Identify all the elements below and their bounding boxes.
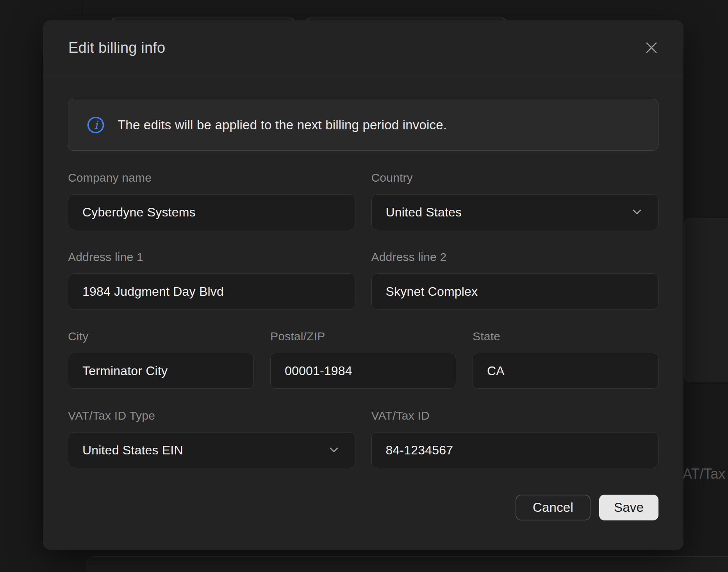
address-line-2-label: Address line 2	[371, 250, 659, 264]
city-label: City	[68, 329, 254, 343]
vat-tax-id-type-selected-value: United States EIN	[82, 443, 183, 458]
vat-tax-id-label: VAT/Tax ID	[371, 409, 659, 423]
postal-zip-label: Postal/ZIP	[270, 329, 456, 343]
info-banner-text: The edits will be applied to the next bi…	[118, 118, 447, 132]
field-city: City	[68, 329, 254, 389]
vat-tax-id-type-label: VAT/Tax ID Type	[68, 409, 355, 423]
background-panel-bottom	[86, 556, 728, 572]
field-state: State	[473, 329, 658, 389]
address-line-1-input[interactable]	[68, 273, 355, 309]
country-selected-value: United States	[386, 205, 462, 220]
background-clipped-text: AT/Tax	[683, 466, 725, 482]
vat-tax-id-input[interactable]	[371, 432, 659, 468]
form-row-1: Company name Country United States	[68, 171, 658, 230]
edit-billing-info-modal: Edit billing info i The edits will be ap…	[43, 20, 683, 550]
info-banner: i The edits will be applied to the next …	[68, 99, 658, 151]
field-postal-zip: Postal/ZIP	[270, 329, 456, 389]
postal-zip-input[interactable]	[270, 353, 456, 389]
state-label: State	[473, 329, 658, 343]
country-select[interactable]: United States	[371, 194, 659, 230]
background-panel-right	[684, 218, 728, 382]
cancel-button[interactable]: Cancel	[516, 495, 591, 520]
state-input[interactable]	[473, 353, 658, 389]
form-row-4: VAT/Tax ID Type United States EIN VAT/Ta…	[68, 409, 658, 468]
country-label: Country	[371, 171, 659, 185]
field-address-line-1: Address line 1	[68, 250, 355, 309]
modal-body: i The edits will be applied to the next …	[43, 99, 683, 520]
form-row-3: City Postal/ZIP State	[68, 329, 658, 389]
close-button[interactable]	[640, 36, 663, 59]
field-country: Country United States	[371, 171, 659, 230]
svg-text:i: i	[94, 118, 99, 132]
field-company-name: Company name	[68, 171, 355, 230]
field-vat-tax-id: VAT/Tax ID	[371, 409, 659, 468]
company-name-label: Company name	[68, 171, 355, 185]
address-line-2-input[interactable]	[371, 273, 659, 309]
vat-tax-id-type-select[interactable]: United States EIN	[68, 432, 355, 468]
modal-header: Edit billing info	[43, 20, 683, 75]
modal-title: Edit billing info	[68, 39, 165, 56]
close-icon	[644, 40, 659, 55]
address-line-1-label: Address line 1	[68, 250, 355, 264]
company-name-input[interactable]	[68, 194, 355, 230]
chevron-down-icon	[329, 447, 339, 453]
background-sidebar-divider	[84, 0, 84, 23]
field-address-line-2: Address line 2	[371, 250, 659, 309]
form-row-2: Address line 1 Address line 2	[68, 250, 658, 309]
modal-footer: Cancel Save	[68, 495, 658, 520]
info-circle-icon: i	[86, 116, 105, 134]
chevron-down-icon	[632, 209, 642, 215]
save-button[interactable]: Save	[599, 495, 658, 520]
city-input[interactable]	[68, 353, 254, 389]
field-vat-tax-id-type: VAT/Tax ID Type United States EIN	[68, 409, 355, 468]
